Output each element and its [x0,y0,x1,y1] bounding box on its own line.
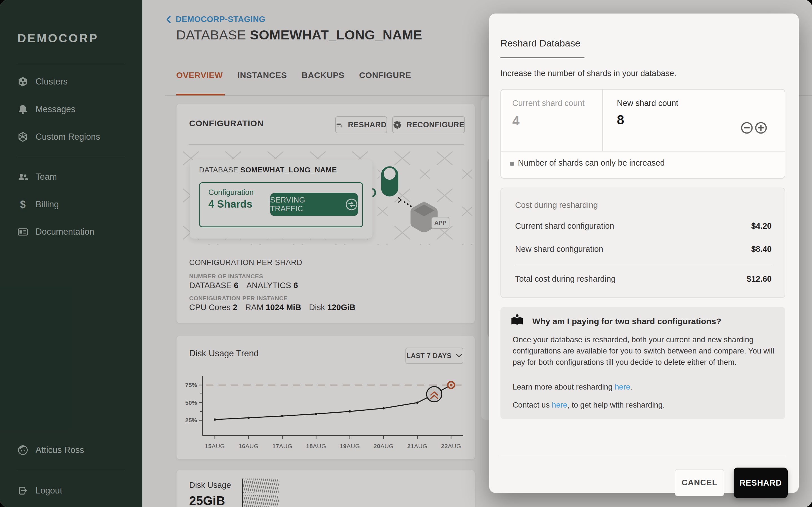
new-shard-count-value: 8 [617,112,624,127]
new-shard-count-label: New shard count [617,99,678,108]
info-body: Once your database is resharded, both yo… [513,334,775,368]
info-heading: Why am I paying for two shard configurat… [532,317,721,326]
modal-subtitle: Increase the number of shards in your da… [500,69,676,78]
contact-line: Contact us here, to get help with reshar… [513,399,665,411]
contact-link[interactable]: here [552,400,567,409]
current-shard-count-value: 4 [512,113,520,128]
modal-title-underline [500,57,585,58]
cost-total-value: $12.60 [747,274,772,284]
shard-increase-note: Number of shards can only be increased [518,158,665,168]
reshard-button[interactable]: RESHARD [733,467,788,498]
reshard-modal: Reshard Database Increase the number of … [489,13,799,493]
cost-row-value: $4.20 [751,221,772,231]
resharding-info-card: Why am I paying for two shard configurat… [500,307,785,419]
app-window: DEMOCORP Clusters Messages Custom Region… [0,0,812,507]
current-shard-count-label: Current shard count [512,99,585,108]
cost-row-label: Current shard configuration [515,221,614,231]
learn-more-link[interactable]: here [615,383,630,391]
counts-horizontal-divider [501,151,784,152]
cost-row-value: $8.40 [751,244,772,254]
increase-shards-button[interactable] [755,122,767,134]
cost-card: Cost during resharding Current shard con… [500,187,785,298]
cost-row-total: Total cost during resharding$12.60 [515,274,772,284]
decrease-shards-button[interactable] [741,122,753,134]
cost-row-current: Current shard configuration$4.20 [515,221,772,231]
cost-row-label: New shard configuration [515,244,603,254]
modal-title: Reshard Database [500,38,580,49]
cost-total-label: Total cost during resharding [515,274,615,284]
cancel-button[interactable]: CANCEL [675,469,724,496]
learn-more-line: Learn more about resharding here. [513,381,632,393]
counts-vertical-divider [602,90,603,151]
shard-count-card: Current shard count 4 New shard count 8 … [500,89,785,179]
cost-divider [515,265,772,265]
book-icon [510,314,524,327]
cost-row-new: New shard configuration$8.40 [515,244,772,254]
cost-heading: Cost during resharding [515,201,598,210]
modal-footer-divider [500,456,785,456]
note-bullet-icon [510,162,514,166]
